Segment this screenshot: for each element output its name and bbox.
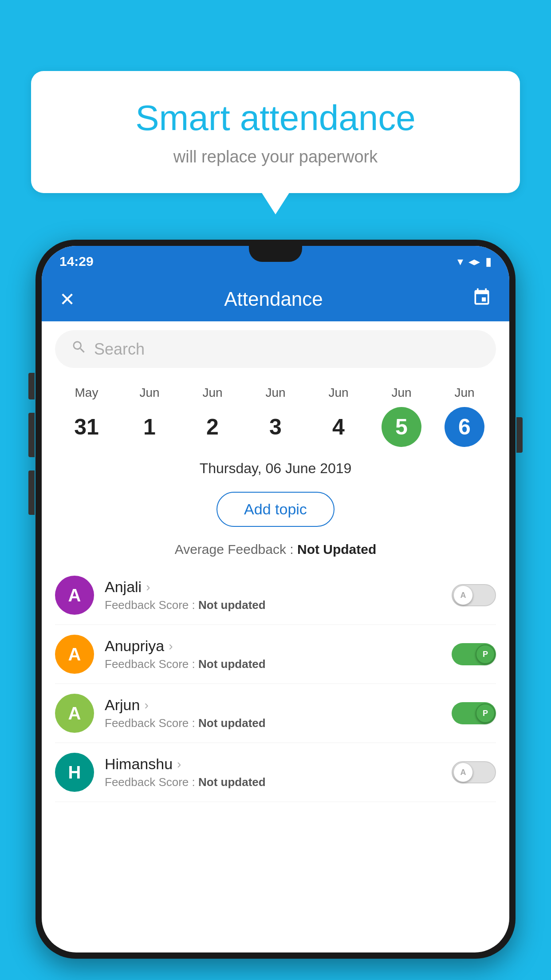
student-list: A Anjali › Feedback Score : Not updated … [42, 566, 509, 802]
status-time: 14:29 [59, 254, 94, 269]
page-title: Attendance [224, 288, 323, 310]
student-name[interactable]: Arjun › [105, 696, 441, 714]
toggle-knob: A [453, 585, 473, 605]
calendar-day-jun5[interactable]: Jun 5 [382, 386, 421, 447]
signal-icon: ◂▸ [468, 255, 480, 269]
attendance-toggle[interactable]: P [452, 643, 496, 665]
calendar-day-may31[interactable]: May 31 [67, 386, 106, 447]
avatar: A [55, 576, 94, 615]
search-input[interactable]: Search [94, 340, 145, 359]
avg-feedback-value: Not Updated [297, 542, 376, 557]
chevron-right-icon: › [146, 580, 150, 594]
toggle-on[interactable]: P [452, 643, 496, 665]
toggle-off[interactable]: A [452, 761, 496, 783]
calendar-day-jun2[interactable]: Jun 2 [193, 386, 232, 447]
student-feedback: Feedback Score : Not updated [105, 775, 441, 789]
toggle-knob: P [476, 703, 495, 723]
phone-frame: 14:29 ▾ ◂▸ ▮ ✕ Attendance [35, 240, 516, 959]
close-button[interactable]: ✕ [59, 288, 75, 310]
search-icon [71, 339, 87, 359]
silent-button [28, 470, 35, 515]
student-info: Anupriya › Feedback Score : Not updated [105, 637, 441, 671]
volume-down-button [28, 413, 35, 457]
attendance-toggle[interactable]: A [452, 761, 496, 783]
student-feedback: Feedback Score : Not updated [105, 657, 441, 671]
toggle-knob: P [476, 644, 495, 664]
avatar: A [55, 694, 94, 733]
chevron-right-icon: › [169, 639, 173, 653]
list-item: A Arjun › Feedback Score : Not updated P [55, 684, 496, 743]
list-item: A Anupriya › Feedback Score : Not update… [55, 625, 496, 684]
calendar-icon[interactable] [472, 288, 492, 311]
chevron-right-icon: › [177, 757, 181, 771]
toggle-knob: A [453, 763, 473, 782]
student-name[interactable]: Anupriya › [105, 637, 441, 655]
chevron-right-icon: › [144, 698, 148, 712]
list-item: H Himanshu › Feedback Score : Not update… [55, 743, 496, 802]
student-name[interactable]: Anjali › [105, 578, 441, 596]
average-feedback: Average Feedback : Not Updated [42, 537, 509, 566]
power-button [516, 417, 523, 453]
add-topic-button[interactable]: Add topic [216, 492, 335, 527]
toggle-on[interactable]: P [452, 702, 496, 724]
avatar: A [55, 635, 94, 674]
selected-date-label: Thursday, 06 June 2019 [42, 451, 509, 481]
phone-screen: 14:29 ▾ ◂▸ ▮ ✕ Attendance [42, 246, 509, 952]
calendar-day-jun6[interactable]: Jun 6 [445, 386, 484, 447]
attendance-toggle[interactable]: P [452, 702, 496, 724]
bubble-subtitle: will replace your paperwork [67, 147, 484, 166]
status-icons: ▾ ◂▸ ▮ [457, 255, 492, 269]
student-info: Himanshu › Feedback Score : Not updated [105, 755, 441, 789]
toggle-off[interactable]: A [452, 584, 496, 606]
student-name[interactable]: Himanshu › [105, 755, 441, 773]
avatar: H [55, 753, 94, 792]
app-header: ✕ Attendance [42, 277, 509, 321]
calendar-strip: May 31 Jun 1 Jun 2 Jun 3 Jun 4 Jun 5 [42, 377, 509, 451]
camera-notch [249, 246, 302, 262]
bubble-title: Smart attendance [67, 98, 484, 138]
speech-bubble-container: Smart attendance will replace your paper… [31, 71, 520, 193]
student-info: Anjali › Feedback Score : Not updated [105, 578, 441, 612]
list-item: A Anjali › Feedback Score : Not updated … [55, 566, 496, 625]
speech-bubble: Smart attendance will replace your paper… [31, 71, 520, 193]
wifi-icon: ▾ [457, 255, 463, 269]
calendar-day-jun3[interactable]: Jun 3 [256, 386, 295, 447]
search-bar[interactable]: Search [55, 330, 496, 368]
student-info: Arjun › Feedback Score : Not updated [105, 696, 441, 730]
avg-feedback-label: Average Feedback : [175, 542, 297, 557]
calendar-day-jun1[interactable]: Jun 1 [130, 386, 169, 447]
volume-up-button [28, 373, 35, 399]
battery-icon: ▮ [485, 255, 492, 269]
calendar-day-jun4[interactable]: Jun 4 [319, 386, 358, 447]
attendance-toggle[interactable]: A [452, 584, 496, 606]
student-feedback: Feedback Score : Not updated [105, 716, 441, 730]
student-feedback: Feedback Score : Not updated [105, 598, 441, 612]
